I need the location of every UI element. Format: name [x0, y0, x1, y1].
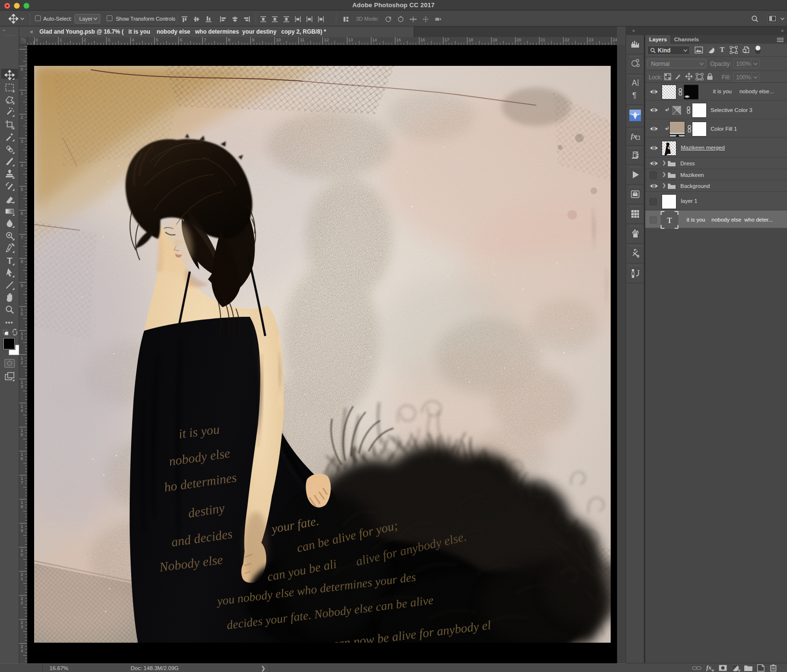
svg-text:¶: ¶ [632, 91, 637, 100]
svg-text:A: A [632, 79, 637, 87]
svg-text:T: T [7, 256, 12, 266]
svg-text:fx: fx [631, 133, 637, 140]
svg-text:T: T [667, 216, 672, 225]
